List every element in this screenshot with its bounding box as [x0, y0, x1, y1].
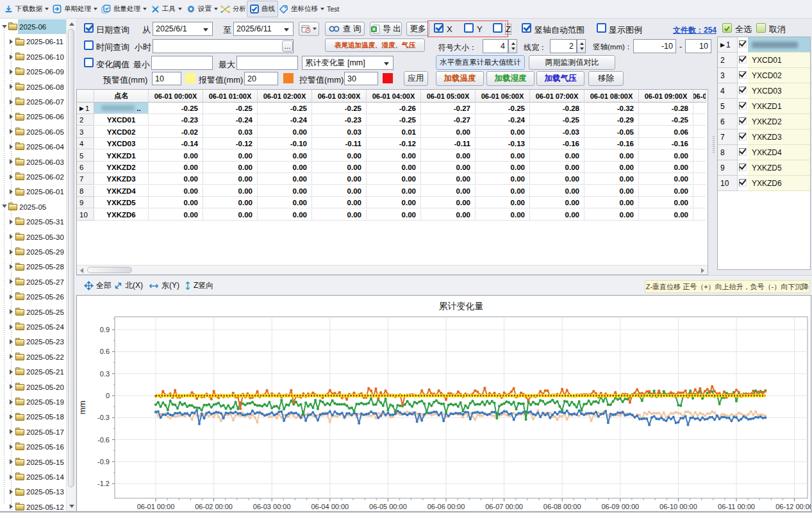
svg-text:-0.3: -0.3	[97, 414, 110, 421]
svg-text:-1.2: -1.2	[97, 480, 110, 487]
svg-text:0.3: 0.3	[100, 370, 110, 378]
svg-text:-0.9: -0.9	[97, 458, 110, 466]
svg-text:0.6: 0.6	[100, 348, 110, 355]
svg-text:06-10 00:00: 06-10 00:00	[659, 503, 697, 510]
svg-text:06-09 00:00: 06-09 00:00	[601, 503, 639, 510]
svg-text:06-06 00:00: 06-06 00:00	[427, 503, 465, 510]
svg-text:06-07 00:00: 06-07 00:00	[485, 503, 523, 510]
svg-text:06-04 00:00: 06-04 00:00	[311, 503, 349, 510]
svg-text:06-08 00:00: 06-08 00:00	[543, 503, 581, 510]
svg-text:mm: mm	[78, 401, 87, 415]
svg-text:06-03 00:00: 06-03 00:00	[253, 503, 291, 510]
svg-text:06-12 00:00: 06-12 00:00	[775, 503, 811, 510]
svg-text:06-05 00:00: 06-05 00:00	[369, 503, 407, 510]
svg-text:06-01 00:00: 06-01 00:00	[137, 503, 175, 510]
svg-text:06-02 00:00: 06-02 00:00	[195, 503, 233, 510]
svg-text:0: 0	[106, 392, 110, 399]
svg-text:-0.6: -0.6	[97, 436, 110, 444]
svg-text:0.9: 0.9	[100, 326, 110, 333]
svg-text:累计变化量: 累计变化量	[439, 301, 484, 311]
svg-text:06-11 00:00: 06-11 00:00	[718, 503, 755, 510]
